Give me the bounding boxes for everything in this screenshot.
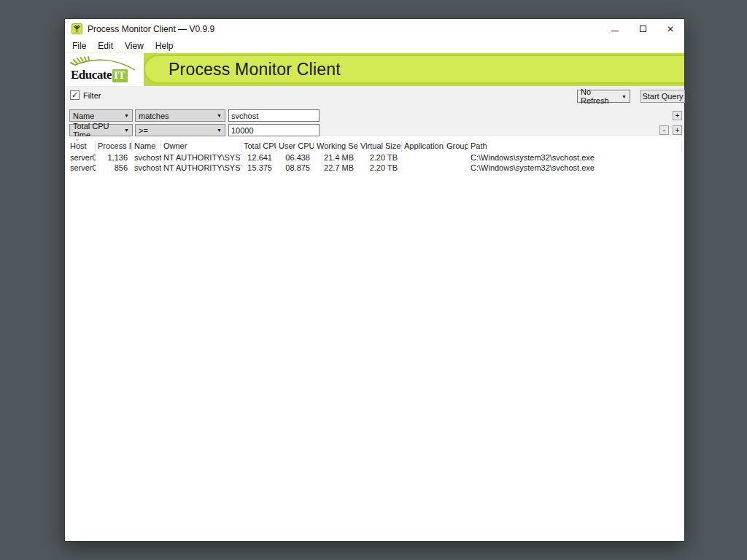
filter2-value-input[interactable] xyxy=(228,124,320,136)
refresh-mode-select[interactable]: No Refresh ▼ xyxy=(577,90,630,103)
filter-checkbox-label: Filter xyxy=(83,91,101,100)
menu-item-view[interactable]: View xyxy=(119,41,150,51)
menu-item-help[interactable]: Help xyxy=(150,41,179,51)
minimize-icon xyxy=(611,31,619,31)
column-header-process-id[interactable]: Process ID xyxy=(96,141,132,152)
window-title: Process Monitor Client — V0.9.9 xyxy=(88,24,214,34)
table-header: Host Process ID Name Owner Total CPU Use… xyxy=(68,141,682,152)
column-header-host[interactable]: Host xyxy=(68,141,96,152)
cell-group xyxy=(444,152,468,163)
filter1-field-value: Name xyxy=(73,112,94,120)
filter2-remove-button[interactable]: - xyxy=(659,125,669,135)
refresh-mode-value: No Refresh xyxy=(581,88,619,105)
cell-host: server03 xyxy=(68,152,96,163)
banner-capsule: Process Monitor Client xyxy=(144,55,684,84)
minimize-button[interactable] xyxy=(601,19,629,39)
cell-path: C:\Windows\system32\svchost.exe xyxy=(468,152,682,163)
filter2-operator-select[interactable]: >= ▼ xyxy=(135,124,225,136)
cell-virtual-size: 2.20 TB xyxy=(358,152,402,163)
process-table: ⌄ Host Process ID Name Owner Total CPU U… xyxy=(65,136,684,541)
cell-group xyxy=(444,163,468,173)
chevron-down-icon: ▼ xyxy=(124,113,129,118)
cell-process-id: 1,136 xyxy=(96,152,132,163)
filter1-add-button[interactable]: + xyxy=(673,111,682,120)
cell-working-set: 22.7 MB xyxy=(314,163,358,173)
cell-path: C:\Windows\system32\svchost.exe xyxy=(468,163,682,173)
app-logo-icon xyxy=(71,23,82,34)
cell-user-cpu: 08.875 xyxy=(276,163,314,173)
window-controls: ✕ xyxy=(601,19,684,39)
cell-name: svchost xyxy=(132,152,161,163)
close-icon: ✕ xyxy=(667,25,674,34)
filter1-value-input[interactable] xyxy=(228,109,320,122)
column-header-application[interactable]: Application xyxy=(402,141,444,152)
page-title: Process Monitor Client xyxy=(145,60,341,79)
column-header-working-set[interactable]: Working Set xyxy=(314,141,358,152)
filter-checkbox[interactable]: ✓ Filter xyxy=(70,90,101,100)
column-header-owner[interactable]: Owner xyxy=(161,141,241,152)
filter-panel: ✓ Filter No Refresh ▼ Start Query Name ▼… xyxy=(65,86,684,136)
header-banner: EducateIT Process Monitor Client xyxy=(65,52,684,86)
menu-item-edit[interactable]: Edit xyxy=(92,41,119,51)
app-window: Process Monitor Client — V0.9.9 ✕ File E… xyxy=(64,18,685,542)
cell-name: svchost xyxy=(132,163,161,173)
column-header-user-cpu[interactable]: User CPU xyxy=(276,141,314,152)
desktop: { "window": { "title": "Process Monitor … xyxy=(0,0,747,560)
cell-working-set: 21.4 MB xyxy=(314,152,358,163)
chevron-down-icon: ▼ xyxy=(217,113,222,118)
column-header-total-cpu[interactable]: Total CPU xyxy=(241,141,276,152)
cell-owner: NT AUTHORITY\SYSTEM xyxy=(161,152,241,163)
filter1-field-select[interactable]: Name ▼ xyxy=(69,109,133,122)
column-header-group[interactable]: Group xyxy=(444,141,468,152)
filter2-add-button[interactable]: + xyxy=(673,125,682,135)
chevron-down-icon: ▼ xyxy=(217,128,222,133)
filter2-operator-value: >= xyxy=(139,126,148,135)
chevron-down-icon: ▼ xyxy=(622,94,627,99)
column-header-path[interactable]: Path xyxy=(468,141,682,152)
brand-logo: EducateIT xyxy=(65,53,144,86)
column-header-name[interactable]: Name xyxy=(132,141,161,152)
title-bar: Process Monitor Client — V0.9.9 ✕ xyxy=(65,19,684,39)
menu-bar: File Edit View Help xyxy=(65,39,684,52)
close-button[interactable]: ✕ xyxy=(657,19,684,39)
start-query-button[interactable]: Start Query xyxy=(640,90,685,103)
cell-owner: NT AUTHORITY\SYSTEM xyxy=(161,163,241,173)
column-header-virtual-size[interactable]: Virtual Size xyxy=(358,141,402,152)
menu-item-file[interactable]: File xyxy=(66,41,92,51)
table-row[interactable]: server03 1,136 svchost NT AUTHORITY\SYST… xyxy=(68,152,682,163)
cell-total-cpu: 15.375 xyxy=(241,163,276,173)
cell-total-cpu: 12.641 xyxy=(241,152,276,163)
cell-virtual-size: 2.20 TB xyxy=(358,163,402,173)
cell-application xyxy=(402,152,444,163)
checkbox-checked-icon: ✓ xyxy=(70,90,80,100)
maximize-button[interactable] xyxy=(629,19,657,39)
logo-text-it: IT xyxy=(112,69,128,82)
wheat-icon xyxy=(69,55,139,71)
filter1-operator-select[interactable]: matches ▼ xyxy=(135,109,225,122)
chevron-down-icon: ▼ xyxy=(124,128,129,133)
cell-process-id: 856 xyxy=(96,163,132,173)
maximize-icon xyxy=(640,26,646,32)
cell-application xyxy=(402,163,444,173)
table-row[interactable]: server01 856 svchost NT AUTHORITY\SYSTEM… xyxy=(68,163,682,173)
cell-host: server01 xyxy=(68,163,96,173)
filter1-operator-value: matches xyxy=(139,112,169,120)
cell-user-cpu: 06.438 xyxy=(276,152,314,163)
